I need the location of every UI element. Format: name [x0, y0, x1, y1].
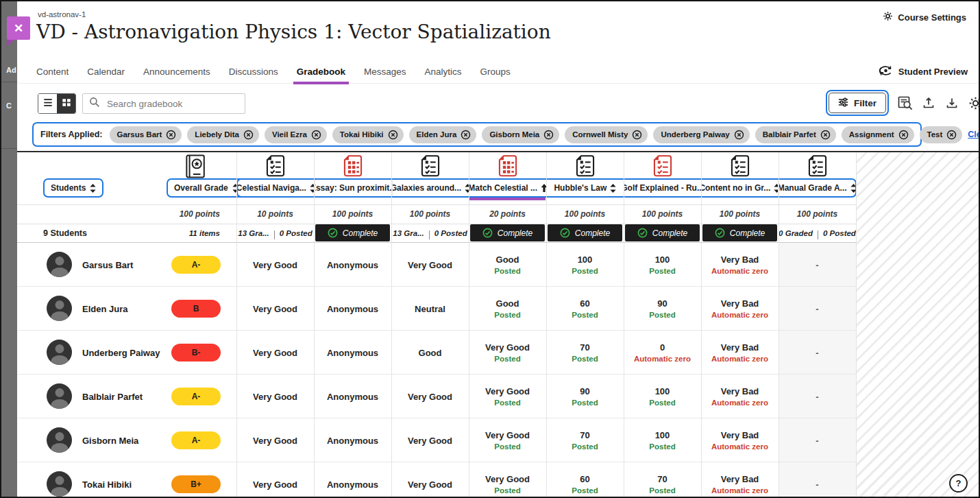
grade-cell[interactable]: Very Good: [236, 243, 314, 287]
tab-analytics[interactable]: Analytics: [425, 60, 462, 83]
tab-content[interactable]: Content: [36, 60, 69, 83]
column-header-galaxies-around[interactable]: Galaxies around...: [393, 180, 470, 196]
tab-gradebook[interactable]: Gradebook: [297, 60, 345, 83]
grade-cell[interactable]: Very BadAutomatic zero: [701, 462, 779, 498]
remove-filter-icon[interactable]: [946, 130, 957, 140]
grade-cell[interactable]: 70Posted: [624, 462, 701, 498]
grade-cell[interactable]: 100Posted: [624, 375, 701, 418]
grade-cell[interactable]: Anonymous: [314, 462, 391, 498]
grade-cell[interactable]: Very GoodPosted: [469, 331, 546, 375]
grade-cell[interactable]: 70Posted: [546, 418, 624, 462]
filter-chip-liebely-dita[interactable]: Liebely Dita: [187, 126, 259, 143]
grade-cell[interactable]: -: [779, 418, 856, 462]
filter-chip-balblair-parfet[interactable]: Balblair Parfet: [755, 126, 836, 143]
grade-cell[interactable]: Very Good: [236, 287, 314, 331]
grid-view-button[interactable]: [57, 94, 75, 113]
filter-chip-vieil-ezra[interactable]: Vieil Ezra: [265, 126, 327, 143]
student-name[interactable]: Elden Jura: [82, 287, 127, 331]
column-header-essay-sun-proximit[interactable]: Essay: Sun proximit...: [315, 180, 393, 196]
remove-filter-icon[interactable]: [734, 130, 744, 140]
remove-filter-icon[interactable]: [388, 130, 398, 140]
filter-chip-test[interactable]: Test: [920, 126, 963, 143]
overall-grade-column-header[interactable]: Overall Grade: [167, 178, 246, 198]
grade-cell[interactable]: GoodPosted: [469, 287, 546, 331]
grade-cell[interactable]: 90Posted: [546, 375, 624, 418]
remove-filter-icon[interactable]: [311, 130, 321, 140]
grade-cell[interactable]: Anonymous: [314, 375, 391, 418]
filter-chip-underberg-paiway[interactable]: Underberg Paiway: [653, 126, 749, 143]
remove-filter-icon[interactable]: [461, 130, 471, 140]
tab-calendar[interactable]: Calendar: [87, 60, 125, 83]
overall-grade-pill[interactable]: A-: [171, 256, 221, 274]
filter-chip-tokai-hibiki[interactable]: Tokai Hibiki: [332, 126, 404, 143]
grade-cell[interactable]: Very Good: [236, 331, 314, 375]
student-name[interactable]: Underberg Paiway: [82, 331, 160, 375]
filter-chip-garsus-bart[interactable]: Garsus Bart: [110, 126, 182, 143]
filter-chip-gisborn-meia[interactable]: Gisborn Meia: [482, 126, 559, 143]
column-header-manual-grade-a[interactable]: Manual Grade A...: [779, 180, 855, 196]
search-input[interactable]: [106, 98, 238, 110]
grade-cell[interactable]: Very GoodPosted: [469, 375, 546, 418]
column-header-golf-explained-ru[interactable]: Golf Explained - Ru...: [624, 180, 702, 196]
grade-cell[interactable]: Very Good: [236, 418, 314, 462]
clear-all-filters-link[interactable]: Clear all filters: [968, 130, 980, 139]
grade-cell[interactable]: Very Good: [236, 462, 314, 498]
column-header-celestial-naviga[interactable]: Celestial Naviga...: [238, 180, 315, 196]
column-header-match-celestial[interactable]: Match Celestial ...: [469, 180, 547, 196]
overall-grade-pill[interactable]: B+: [171, 475, 221, 493]
gear-icon[interactable]: [967, 94, 980, 112]
grade-cell[interactable]: 60Posted: [546, 462, 624, 498]
grade-cell[interactable]: Very BadAutomatic zero: [701, 331, 779, 375]
student-name[interactable]: Garsus Bart: [82, 243, 133, 287]
tab-discussions[interactable]: Discussions: [229, 60, 278, 83]
grade-cell[interactable]: 0Automatic zero: [624, 331, 701, 375]
grade-cell[interactable]: Very Good: [391, 243, 469, 287]
overall-grade-pill[interactable]: B-: [171, 344, 221, 361]
column-header-hubble-s-law[interactable]: Hubble's Law: [547, 180, 624, 196]
grade-cell[interactable]: Anonymous: [314, 418, 391, 462]
grade-cell[interactable]: -: [779, 331, 856, 375]
tab-announcements[interactable]: Announcements: [143, 60, 210, 83]
remove-filter-icon[interactable]: [898, 130, 909, 140]
grade-cell[interactable]: 100Posted: [624, 418, 701, 462]
overall-grade-pill[interactable]: A-: [171, 431, 221, 449]
filter-chip-assignment[interactable]: Assignment: [842, 126, 914, 143]
grade-cell[interactable]: Very Good: [391, 375, 469, 418]
grade-cell[interactable]: Very GoodPosted: [469, 418, 546, 462]
student-name[interactable]: Balblair Parfet: [82, 375, 143, 418]
report-search-icon[interactable]: [897, 94, 914, 112]
students-column-header[interactable]: Students: [43, 178, 103, 198]
remove-filter-icon[interactable]: [632, 130, 642, 140]
grade-cell[interactable]: Very GoodPosted: [469, 462, 546, 498]
filter-chip-elden-jura[interactable]: Elden Jura: [409, 126, 477, 143]
help-button[interactable]: ?: [949, 474, 968, 493]
grade-cell[interactable]: 90Posted: [624, 287, 701, 331]
grade-cell[interactable]: Very BadAutomatic zero: [701, 418, 779, 462]
grade-cell[interactable]: Neutral: [391, 287, 469, 331]
grade-cell[interactable]: Anonymous: [314, 331, 391, 375]
grade-cell[interactable]: Very BadAutomatic zero: [701, 243, 779, 287]
grade-cell[interactable]: -: [779, 243, 856, 287]
grade-cell[interactable]: -: [779, 287, 856, 331]
grade-cell[interactable]: Very BadAutomatic zero: [701, 375, 779, 418]
student-preview-button[interactable]: Student Preview: [879, 60, 968, 83]
grade-cell[interactable]: 70Posted: [546, 331, 624, 375]
column-header-content-no-in-gr[interactable]: Content no in Gr...: [702, 180, 779, 196]
grade-cell[interactable]: -: [779, 462, 856, 498]
remove-filter-icon[interactable]: [543, 130, 554, 140]
tab-messages[interactable]: Messages: [364, 60, 406, 83]
upload-icon[interactable]: [920, 94, 937, 112]
grade-cell[interactable]: Anonymous: [314, 243, 391, 287]
grade-cell[interactable]: Anonymous: [314, 287, 391, 331]
remove-filter-icon[interactable]: [243, 130, 254, 140]
list-view-button[interactable]: [38, 94, 57, 113]
grade-cell[interactable]: 60Posted: [546, 287, 624, 331]
remove-filter-icon[interactable]: [820, 130, 831, 140]
student-name[interactable]: Tokai Hibiki: [82, 462, 132, 498]
grade-cell[interactable]: 100Posted: [624, 243, 701, 287]
grade-cell[interactable]: Very Good: [391, 418, 469, 462]
grade-cell[interactable]: 100Posted: [546, 243, 624, 287]
remove-filter-icon[interactable]: [166, 130, 176, 140]
download-icon[interactable]: [944, 94, 960, 112]
filter-button[interactable]: Filter: [829, 93, 886, 113]
